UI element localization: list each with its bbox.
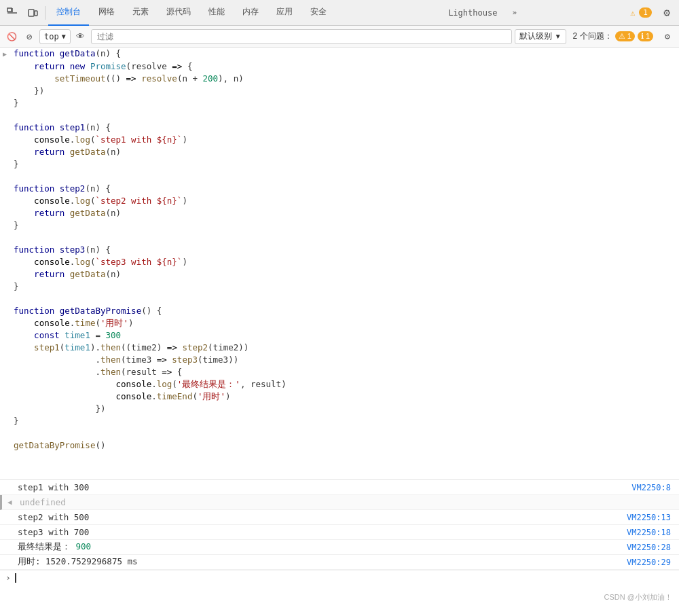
code-text: return new Promise(resolve => { — [14, 60, 676, 73]
console-text-5: 用时: 1520.7529296875 ms — [18, 556, 627, 568]
code-text: console.log(`step1 with ${n}`) — [14, 134, 676, 146]
console-output: step1 with 300 VM2250:8 ◀ undefined step… — [0, 480, 679, 605]
tab-security[interactable]: 安全 — [302, 0, 335, 26]
code-text: } — [14, 280, 676, 293]
code-line-8: console.log(`step1 with ${n}`) — [0, 134, 679, 146]
code-text: }) — [14, 85, 676, 97]
tab-memory[interactable]: 内存 — [234, 0, 267, 26]
code-text: step1(time1).then((time2) => step2(time2… — [14, 342, 676, 354]
level-dropdown-icon: ▼ — [555, 33, 562, 40]
console-link-5[interactable]: VM2250:29 — [627, 558, 674, 567]
console-input-line: › — [0, 570, 679, 585]
code-text — [14, 170, 676, 183]
code-line-15: } — [0, 219, 679, 232]
console-line-3: step3 with 700 VM2250:18 — [0, 525, 679, 540]
info-issue-badge: ℹ 1 — [638, 31, 653, 41]
svg-rect-4 — [35, 11, 37, 16]
code-text: console.timeEnd('用时') — [14, 391, 676, 403]
code-line-blank1 — [0, 109, 679, 122]
console-line-2: step2 with 500 VM2250:13 — [0, 510, 679, 525]
divider — [45, 6, 45, 20]
code-line-9: return getData(n) — [0, 146, 679, 158]
prompt-icon: › — [5, 573, 11, 583]
more-tabs-button[interactable]: » — [507, 5, 522, 20]
code-text — [14, 232, 676, 244]
code-line-2: return new Promise(resolve => { — [0, 60, 679, 73]
filter-input[interactable] — [91, 29, 512, 44]
code-text — [14, 427, 676, 439]
frame-selector[interactable]: top ▼ — [39, 29, 71, 44]
level-label: 默认级别 — [519, 31, 552, 42]
issues-count: 2 个问题： ⚠ 1 ℹ 1 — [569, 31, 657, 42]
console-link-2[interactable]: VM2250:13 — [627, 513, 674, 522]
svg-rect-3 — [29, 10, 34, 16]
warning-icon: ⚠ — [630, 8, 635, 18]
device-icon[interactable] — [23, 3, 42, 22]
code-line-28: console.log('最终结果是：', result) — [0, 378, 679, 391]
code-text: return getData(n) — [14, 268, 676, 280]
second-toolbar: 🚫 ⊘ top ▼ 👁 默认级别 ▼ 2 个问题： ⚠ 1 ℹ 1 ⚙ — [0, 26, 679, 48]
tab-application[interactable]: 应用 — [268, 0, 301, 26]
svg-rect-0 — [7, 8, 12, 12]
code-text: }) — [14, 403, 676, 415]
code-text: .then(time3 => step3(time3)) — [14, 354, 676, 366]
code-line-1: ▶ function getData(n) { — [0, 48, 679, 60]
code-line-12: function step2(n) { — [0, 183, 679, 195]
code-text: .then(result => { — [14, 366, 676, 378]
tab-elements[interactable]: 元素 — [124, 0, 157, 26]
code-line-18: console.log(`step3 with ${n}`) — [0, 256, 679, 268]
code-line-29: console.timeEnd('用时') — [0, 391, 679, 403]
tab-network[interactable]: 网络 — [90, 0, 123, 26]
code-line-25: step1(time1).then((time2) => step2(time2… — [0, 342, 679, 354]
code-line-blank3 — [0, 232, 679, 244]
console-text-3: step3 with 700 — [18, 527, 627, 537]
code-text: console.log(`step2 with ${n}`) — [14, 195, 676, 207]
console-text-2: step2 with 500 — [18, 512, 627, 522]
console-line-4: 最终结果是： 900 VM2250:28 — [0, 540, 679, 555]
filter-icon[interactable]: ⊘ — [22, 29, 37, 44]
code-line-blank5 — [0, 427, 679, 439]
code-text: } — [14, 415, 676, 427]
code-line-5: } — [0, 97, 679, 109]
code-text: } — [14, 97, 676, 109]
code-text: function step2(n) { — [14, 183, 676, 195]
code-text: console.log(`step3 with ${n}`) — [14, 256, 676, 268]
code-text: console.time('用时') — [14, 317, 676, 329]
console-text-undefined: undefined — [20, 497, 674, 507]
code-text: function step1(n) { — [14, 122, 676, 134]
frame-label: top — [44, 32, 59, 41]
code-line-33: getDataByPromise() — [0, 439, 679, 452]
code-text: } — [14, 158, 676, 170]
code-line-blank2 — [0, 170, 679, 183]
code-line-14: return getData(n) — [0, 207, 679, 219]
code-line-30: }) — [0, 403, 679, 415]
code-line-31: } — [0, 415, 679, 427]
console-link-1[interactable]: VM2250:8 — [631, 483, 674, 492]
console-line-1: step1 with 300 VM2250:8 — [0, 480, 679, 495]
top-toolbar: 控制台 网络 元素 源代码 性能 内存 应用 安全 Lighthouse » ⚠… — [0, 0, 679, 26]
info-icon-small: ℹ — [641, 32, 644, 40]
collapse-arrow[interactable]: ▶ — [3, 48, 14, 60]
settings-gear-icon[interactable]: ⚙ — [657, 3, 676, 22]
code-text: const time1 = 300 — [14, 329, 676, 342]
code-text: getDataByPromise() — [14, 439, 676, 452]
clear-console-icon[interactable]: 🚫 — [4, 29, 19, 44]
return-arrow-icon: ◀ — [7, 498, 16, 507]
console-link-3[interactable]: VM2250:18 — [627, 528, 674, 537]
tab-performance[interactable]: 性能 — [200, 0, 233, 26]
tab-lighthouse[interactable]: Lighthouse — [440, 0, 505, 26]
console-link-4[interactable]: VM2250:28 — [627, 543, 674, 552]
inspect-icon[interactable] — [3, 3, 22, 22]
eye-icon[interactable]: 👁 — [73, 29, 88, 44]
console-settings-icon[interactable]: ⚙ — [660, 29, 675, 44]
log-level-selector[interactable]: 默认级别 ▼ — [515, 29, 566, 44]
code-line-3: setTimeout(() => resolve(n + 200), n) — [0, 73, 679, 85]
console-text-4: 最终结果是： 900 — [18, 541, 627, 553]
frame-dropdown-icon: ▼ — [62, 33, 66, 40]
warning-badge: 1 — [639, 7, 652, 18]
code-text: function getDataByPromise() { — [14, 305, 676, 317]
code-line-17: function step3(n) { — [0, 244, 679, 256]
code-line-4: }) — [0, 85, 679, 97]
tab-sources[interactable]: 源代码 — [158, 0, 199, 26]
tab-console[interactable]: 控制台 — [48, 0, 89, 26]
